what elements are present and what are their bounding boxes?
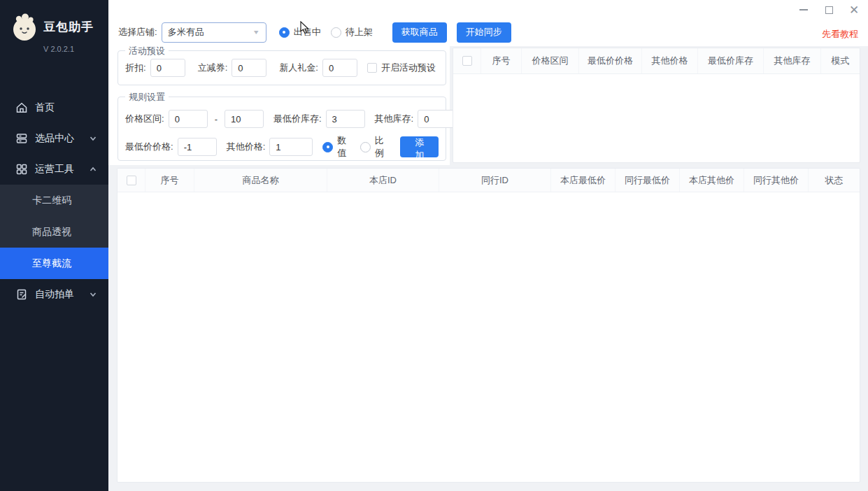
column-header: 其他价格 — [642, 48, 698, 73]
radio-pending-shelf[interactable] — [331, 27, 341, 38]
submenu-item-label: 卡二维码 — [32, 194, 71, 207]
operation-tools-submenu: 卡二维码 商品透视 至尊截流 — [0, 185, 108, 279]
window-controls: ✕ — [798, 4, 860, 15]
rule-settings-group: 规则设置 价格区间: - 最低价库存: 其他库存: 最低价价格: 其他价格: 数… — [118, 97, 446, 161]
maximize-button[interactable] — [823, 4, 834, 15]
close-icon: ✕ — [849, 4, 859, 16]
sidebar-item-label: 自动拍单 — [35, 288, 74, 301]
minimize-icon — [799, 9, 808, 10]
sidebar-nav: 首页 选品中心 运营工具 — [0, 92, 108, 310]
column-header: 最低价库存 — [698, 48, 764, 73]
min-price-stock-label: 最低价库存: — [273, 113, 322, 125]
rule-settings-legend: 规则设置 — [125, 91, 169, 104]
sidebar-item-operation-tools[interactable]: 运营工具 — [0, 154, 108, 185]
coupon-label: 立减券: — [198, 62, 228, 74]
column-header: 同行其他价 — [744, 169, 809, 192]
column-header: 商品名称 — [194, 169, 327, 192]
chevron-down-icon: ▼ — [252, 29, 260, 36]
minimize-button[interactable] — [798, 4, 809, 15]
other-price-input[interactable] — [269, 138, 313, 156]
rules-table: 序号 价格区间 最低价价格 其他价格 最低价库存 其他库存 模式 — [453, 48, 860, 163]
start-sync-button[interactable]: 开始同步 — [457, 22, 511, 43]
sidebar-item-label: 选品中心 — [35, 132, 74, 145]
toolbar: 选择店铺: 多米有品 ▼ 出售中 待上架 获取商品 开始同步 — [118, 22, 511, 43]
activity-preset-legend: 活动预设 — [125, 45, 169, 57]
product-center-icon — [15, 132, 28, 145]
shop-select-value: 多米有品 — [168, 26, 204, 38]
radio-ratio-label: 比例 — [375, 134, 391, 159]
column-header: 模式 — [821, 48, 860, 73]
column-header: 价格区间 — [522, 48, 579, 73]
submenu-item-supreme-intercept[interactable]: 至尊截流 — [0, 248, 108, 279]
enable-activity-preset-label: 开启活动预设 — [381, 62, 436, 74]
column-header: 本店ID — [327, 169, 439, 192]
shop-select-label: 选择店铺: — [118, 26, 157, 38]
other-stock-label: 其他库存: — [375, 113, 414, 125]
column-header: 同行ID — [439, 169, 551, 192]
select-all-checkbox[interactable] — [462, 56, 472, 66]
chevron-up-icon — [89, 165, 97, 173]
sidebar-item-auto-order[interactable]: 自动拍单 — [0, 279, 108, 310]
other-price-label: 其他价格: — [227, 141, 266, 153]
select-all-checkbox[interactable] — [127, 176, 136, 185]
column-header: 状态 — [809, 169, 860, 192]
sidebar-item-label: 首页 — [35, 101, 55, 114]
submenu-item-label: 商品透视 — [32, 226, 71, 239]
mouse-cursor-icon — [299, 21, 310, 35]
column-header: 最低价价格 — [579, 48, 642, 73]
main-area: ✕ 选择店铺: 多米有品 ▼ 出售中 待上架 获取商品 开始同步 先看教程 活动… — [108, 0, 868, 491]
radio-pending-shelf-label: 待上架 — [346, 26, 373, 38]
chevron-down-icon — [89, 290, 97, 299]
submenu-item-label: 至尊截流 — [32, 257, 71, 270]
submenu-item-product-xray[interactable]: 商品透视 — [0, 216, 108, 248]
sidebar: 豆包助手 V 2.0.2.1 首页 选品中心 — [0, 0, 108, 491]
home-icon — [15, 101, 28, 114]
price-range-label: 价格区间: — [125, 113, 164, 125]
submenu-item-card-qrcode[interactable]: 卡二维码 — [0, 185, 108, 216]
sidebar-item-label: 运营工具 — [35, 163, 74, 176]
price-range-max-input[interactable] — [225, 110, 264, 128]
radio-numeric[interactable] — [322, 142, 333, 152]
sidebar-item-product-center[interactable]: 选品中心 — [0, 123, 108, 154]
products-table-header: 序号 商品名称 本店ID 同行ID 本店最低价 同行最低价 本店其他价 同行其他… — [118, 169, 860, 192]
tutorial-link[interactable]: 先看教程 — [822, 28, 858, 41]
min-price-stock-input[interactable] — [326, 110, 365, 128]
column-header: 本店其他价 — [680, 169, 744, 192]
select-all-cell — [453, 48, 481, 73]
chevron-down-icon — [89, 134, 97, 143]
rules-table-header: 序号 价格区间 最低价价格 其他价格 最低价库存 其他库存 模式 — [453, 48, 860, 74]
maximize-icon — [825, 6, 833, 14]
fetch-products-button[interactable]: 获取商品 — [392, 22, 447, 43]
min-price-input[interactable] — [178, 138, 217, 156]
radio-ratio[interactable] — [360, 142, 371, 152]
sidebar-item-home[interactable]: 首页 — [0, 92, 108, 123]
close-button[interactable]: ✕ — [848, 4, 860, 15]
products-table: 序号 商品名称 本店ID 同行ID 本店最低价 同行最低价 本店其他价 同行其他… — [117, 168, 860, 483]
shop-select[interactable]: 多米有品 ▼ — [162, 22, 266, 43]
app-window: 豆包助手 V 2.0.2.1 首页 选品中心 — [0, 0, 868, 491]
column-header: 本店最低价 — [551, 169, 616, 192]
column-header: 序号 — [481, 48, 522, 73]
discount-input[interactable] — [150, 59, 185, 77]
operation-tools-icon — [15, 163, 28, 176]
auto-order-icon — [15, 288, 28, 301]
radio-on-sale[interactable] — [279, 27, 290, 38]
app-version: V 2.0.2.1 — [43, 45, 108, 53]
newbie-gift-input[interactable] — [322, 59, 357, 77]
other-stock-input[interactable] — [418, 110, 457, 128]
column-header: 序号 — [145, 169, 194, 192]
logo-row: 豆包助手 — [0, 0, 108, 42]
enable-activity-preset-checkbox[interactable] — [367, 63, 377, 73]
app-title: 豆包助手 — [43, 19, 94, 35]
price-range-min-input[interactable] — [169, 110, 208, 128]
activity-preset-group: 活动预设 折扣: 立减券: 新人礼金: 开启活动预设 — [118, 50, 446, 85]
add-rule-button[interactable]: 添加 — [400, 136, 439, 157]
min-price-label: 最低价价格: — [125, 141, 173, 153]
select-all-cell — [118, 169, 145, 192]
coupon-input[interactable] — [232, 59, 266, 77]
app-logo-icon — [10, 11, 39, 42]
discount-label: 折扣: — [125, 62, 146, 74]
newbie-gift-label: 新人礼金: — [279, 62, 318, 74]
radio-numeric-label: 数值 — [337, 134, 353, 159]
price-range-dash: - — [215, 114, 218, 124]
